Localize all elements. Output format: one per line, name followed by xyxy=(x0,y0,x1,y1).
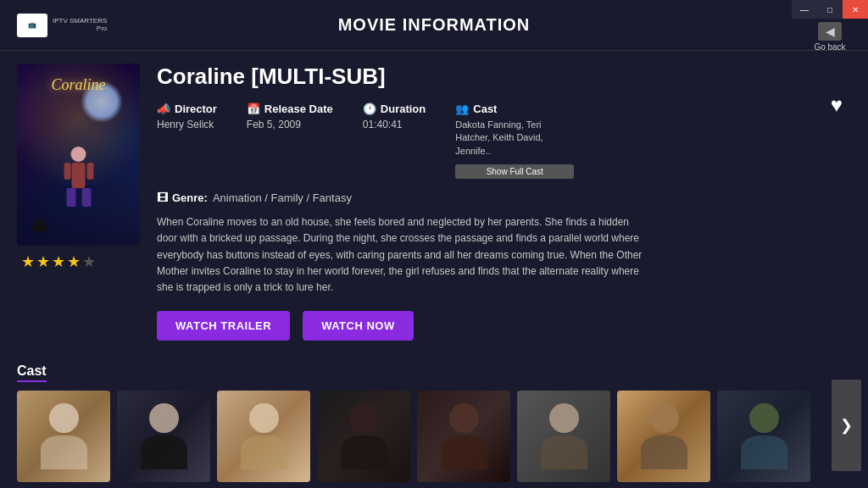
meta-row: 📣 Director Henry Selick 📅 Release Date F… xyxy=(157,103,851,179)
favorite-button[interactable]: ♥ xyxy=(831,93,843,117)
cast-card-2[interactable] xyxy=(117,391,210,482)
cast-heading: Cast xyxy=(17,363,47,382)
director-label: 📣 Director xyxy=(157,103,217,115)
cast-card-4[interactable] xyxy=(317,391,410,482)
poster-title: Coraline xyxy=(51,76,105,94)
movie-poster: Coraline xyxy=(17,64,140,246)
calendar-icon: 📅 xyxy=(247,103,260,115)
info-section: Coraline [MULTI-SUB] 📣 Director Henry Se… xyxy=(157,64,851,391)
star-5: ★ xyxy=(82,252,96,271)
cast-card-7[interactable] xyxy=(617,391,710,482)
poster-section: Coraline ★ ★ ★ ★ ★ xyxy=(17,64,140,391)
cast-label: 👥 Cast xyxy=(455,103,574,115)
genre-value: Animation / Family / Fantasy xyxy=(213,191,352,204)
duration-meta: 🕐 Duration 01:40:41 xyxy=(363,103,426,130)
genre-row: 🎞 Genre: Animation / Family / Fantasy xyxy=(157,191,851,204)
watch-trailer-button[interactable]: WATCH TRAILER xyxy=(157,311,290,341)
go-back-button[interactable]: ◀ Go back xyxy=(807,19,852,55)
genre-label: 🎞 Genre: xyxy=(157,191,208,204)
star-2: ★ xyxy=(36,252,50,271)
cast-card-5[interactable] xyxy=(417,391,510,482)
logo-icon: 📺 xyxy=(17,14,47,37)
duration-label: 🕐 Duration xyxy=(363,103,426,115)
title-bar: 📺 IPTV SMARTERS Pro MOVIE INFORMATION — … xyxy=(0,0,868,51)
megaphone-icon: 📣 xyxy=(157,103,170,115)
svg-rect-3 xyxy=(81,188,91,207)
window-controls: — □ ✕ ◀ Go back xyxy=(792,0,868,55)
director-value: Henry Selick xyxy=(157,119,217,130)
release-value: Feb 5, 2009 xyxy=(247,119,333,130)
cast-list xyxy=(17,391,851,482)
film-icon: 🎞 xyxy=(157,191,168,204)
svg-point-0 xyxy=(70,147,86,162)
duration-value: 01:40:41 xyxy=(363,119,426,130)
main-content: Coraline ★ ★ ★ ★ ★ xyxy=(0,51,868,403)
movie-description: When Coraline moves to an old house, she… xyxy=(157,214,648,296)
release-meta: 📅 Release Date Feb 5, 2009 xyxy=(247,103,333,130)
svg-rect-1 xyxy=(71,163,85,188)
logo: 📺 IPTV SMARTERS Pro xyxy=(17,14,107,37)
maximize-button[interactable]: □ xyxy=(817,0,843,19)
show-full-cast-button[interactable]: Show Full Cast xyxy=(455,164,574,179)
poster-figure xyxy=(59,144,97,225)
svg-rect-4 xyxy=(64,163,70,180)
poster-cat xyxy=(30,218,48,233)
director-meta: 📣 Director Henry Selick xyxy=(157,103,217,130)
cast-card-3[interactable] xyxy=(217,391,310,482)
close-button[interactable]: ✕ xyxy=(843,0,868,19)
minimize-button[interactable]: — xyxy=(792,0,817,19)
cast-meta: 👥 Cast Dakota Fanning, Teri Hatcher, Kei… xyxy=(455,103,574,179)
action-buttons: WATCH TRAILER WATCH NOW xyxy=(157,311,851,341)
cast-names: Dakota Fanning, Teri Hatcher, Keith Davi… xyxy=(455,119,574,158)
watch-now-button[interactable]: WATCH NOW xyxy=(303,311,414,341)
svg-rect-2 xyxy=(66,188,75,207)
release-label: 📅 Release Date xyxy=(247,103,333,115)
logo-text: IPTV SMARTERS Pro xyxy=(53,18,107,33)
cast-next-button[interactable]: ❯ xyxy=(832,380,861,471)
cast-card-1[interactable] xyxy=(17,391,110,482)
page-title: MOVIE INFORMATION xyxy=(338,15,531,35)
people-icon: 👥 xyxy=(455,103,469,115)
cast-card-6[interactable] xyxy=(517,391,610,482)
star-4: ★ xyxy=(67,252,81,271)
rating-stars: ★ ★ ★ ★ ★ xyxy=(17,252,140,271)
cast-section: Cast xyxy=(0,357,868,488)
star-3: ★ xyxy=(52,252,65,271)
cast-card-8[interactable] xyxy=(717,391,810,482)
clock-icon: 🕐 xyxy=(363,103,376,115)
back-arrow-icon: ◀ xyxy=(818,22,842,41)
svg-rect-5 xyxy=(86,163,93,180)
movie-title: Coraline [MULTI-SUB] xyxy=(157,64,851,90)
star-1: ★ xyxy=(21,252,35,271)
